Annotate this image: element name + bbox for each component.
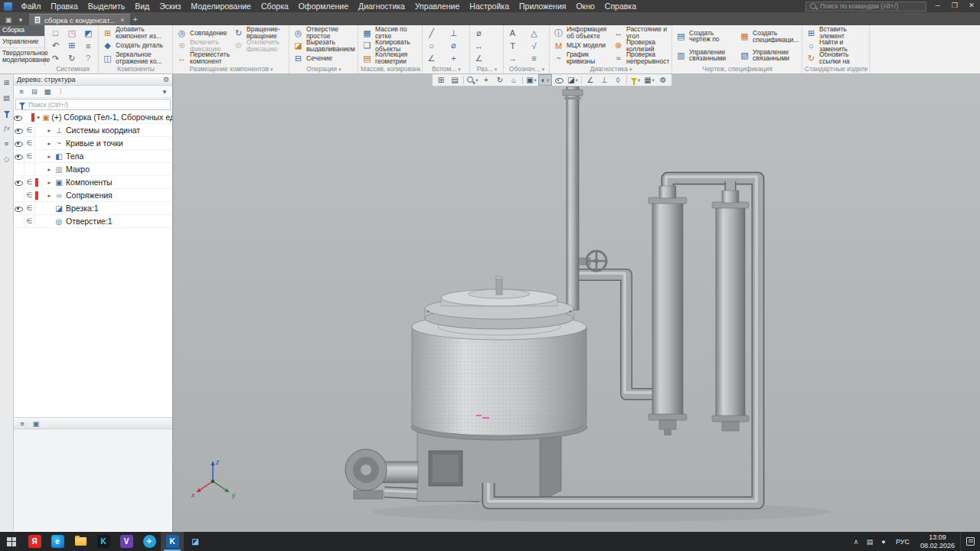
tree-item-coordinate-systems[interactable]: ∈ ▸ ⊥ Системы координат bbox=[14, 124, 172, 137]
section-view-icon[interactable]: ◪▾ bbox=[566, 74, 580, 86]
diameter-dim-icon[interactable]: ⌀ bbox=[472, 27, 485, 39]
menu-item[interactable]: Вид bbox=[130, 0, 155, 12]
menu-item[interactable]: Выделить bbox=[83, 0, 129, 12]
new-tab-button[interactable]: + bbox=[133, 14, 138, 25]
menu-item[interactable]: Файл bbox=[16, 0, 46, 12]
continuity-check-button[interactable]: ≈Проверка непрерывности bbox=[612, 52, 670, 65]
aux-line-icon[interactable]: ╱ bbox=[425, 27, 438, 39]
create-part-button[interactable]: ◆Создать деталь bbox=[101, 40, 171, 53]
update-links-button[interactable]: ↻Обновить ссылки на мод... bbox=[805, 52, 867, 65]
command-search[interactable] bbox=[805, 2, 926, 11]
taskbar-browser-icon[interactable]: e bbox=[46, 532, 69, 551]
libraries-icon[interactable]: ◇ bbox=[2, 153, 12, 164]
visibility-eye-icon[interactable] bbox=[14, 113, 22, 121]
disable-fixation-button[interactable]: ⊘Отключить фиксацию bbox=[232, 40, 287, 53]
table-annotation-icon[interactable]: Т bbox=[506, 40, 519, 52]
viewport-gear-icon[interactable]: ⚙ bbox=[656, 74, 670, 86]
pan-icon[interactable]: + bbox=[479, 74, 493, 86]
create-specification-button[interactable]: ▦Создать спецификаци... bbox=[738, 27, 800, 46]
insert-element-button[interactable]: ⊞Вставить элемент bbox=[805, 27, 867, 40]
tree-item-bodies[interactable]: ∈ ▸ ◧ Тела bbox=[14, 150, 172, 163]
3d-model-area[interactable]: z x y bbox=[173, 74, 980, 532]
coincidence-button[interactable]: ◎Совпадение bbox=[175, 27, 230, 40]
tree-search[interactable] bbox=[15, 99, 171, 110]
language-indicator[interactable]: РУС bbox=[890, 538, 915, 546]
filter-funnel-icon[interactable] bbox=[2, 107, 12, 118]
menu-item[interactable]: Эскиз bbox=[155, 0, 186, 12]
menu-item[interactable]: Настройка bbox=[465, 0, 514, 12]
include-icon[interactable]: ∈ bbox=[24, 124, 35, 136]
taskbar-clock[interactable]: 13:09 08.02.2026 bbox=[915, 533, 960, 550]
app-logo-icon[interactable] bbox=[4, 2, 12, 11]
tree-settings-gear-icon[interactable]: ⚙ bbox=[163, 76, 169, 83]
start-button[interactable] bbox=[0, 532, 23, 551]
tree-view-structure-icon[interactable]: ≡ bbox=[15, 86, 28, 97]
move-component-button[interactable]: ↔Переместить компонент bbox=[175, 52, 230, 65]
tray-expand-icon[interactable]: ∧ bbox=[849, 538, 863, 546]
section-button[interactable]: ⊟Сечение bbox=[292, 52, 356, 65]
mode-tab-assembly[interactable]: Сборка bbox=[0, 25, 44, 37]
tree-view-relations-icon[interactable]: ⫶ bbox=[54, 86, 67, 97]
grid-array-button[interactable]: ▦Массив по сетке bbox=[361, 27, 420, 40]
tree-search-input[interactable] bbox=[28, 101, 167, 109]
expand-arrow-icon[interactable]: ▸ bbox=[45, 127, 54, 134]
panels-layout-icon[interactable]: ⊞ bbox=[434, 74, 448, 86]
taskbar-telegram-icon[interactable]: ✈ bbox=[138, 532, 161, 551]
mode-tab-management[interactable]: Управление bbox=[0, 37, 44, 48]
curvature-graph-button[interactable]: ~График кривизны bbox=[552, 52, 610, 65]
mass-properties-button[interactable]: MМЦХ модели bbox=[552, 40, 610, 53]
menu-item[interactable]: Правка bbox=[46, 0, 83, 12]
visibility-eye-icon[interactable] bbox=[15, 139, 23, 147]
visibility-eye-icon[interactable] bbox=[15, 126, 23, 134]
aux-diameter-icon[interactable]: ⌀ bbox=[447, 40, 460, 52]
visibility-eye-icon[interactable] bbox=[15, 152, 23, 160]
expand-arrow-icon[interactable]: ▸ bbox=[45, 179, 54, 186]
panels-icon[interactable]: ⊞ bbox=[2, 77, 12, 87]
text-annotation-icon[interactable]: A bbox=[506, 27, 519, 39]
perspective-icon[interactable]: ◊ bbox=[611, 74, 625, 86]
tolerance-icon[interactable]: ≡ bbox=[528, 52, 541, 64]
tree-item-components[interactable]: ∈ ▸ ▣ Компоненты bbox=[14, 176, 172, 189]
enable-fixation-button[interactable]: ⊕Включить фиксацию bbox=[175, 40, 230, 53]
tree-item-macro[interactable]: ▸ ▥ Макро bbox=[14, 163, 172, 176]
messages-icon[interactable]: ≡ bbox=[2, 138, 12, 148]
redo-icon[interactable]: ↷ bbox=[49, 52, 62, 64]
tree-tab-grid-icon[interactable]: ▣ bbox=[30, 418, 42, 429]
menu-item[interactable]: Управление bbox=[410, 0, 464, 12]
menu-item[interactable]: Приложения bbox=[514, 0, 571, 12]
linear-dim-icon[interactable]: ↔ bbox=[472, 40, 485, 52]
display-mode-icon[interactable]: ◐▾ bbox=[538, 74, 552, 86]
simple-hole-button[interactable]: ◎Отверстие простое bbox=[292, 27, 356, 40]
expand-arrow-icon[interactable]: ▾ bbox=[35, 114, 42, 121]
tray-network-icon[interactable]: ▤ bbox=[863, 538, 877, 546]
taskbar-yandex-icon[interactable]: Я bbox=[23, 532, 46, 551]
notification-center-button[interactable] bbox=[960, 532, 980, 551]
object-info-button[interactable]: ⓘИнформация об объекте bbox=[552, 27, 610, 40]
variables-fx-icon[interactable]: ƒx bbox=[2, 122, 12, 133]
menu-item[interactable]: Справка bbox=[599, 0, 641, 12]
create-drawing-button[interactable]: ▤Создать чертеж по модели bbox=[675, 27, 737, 46]
taskbar-photos-icon[interactable]: ◪ bbox=[184, 532, 207, 551]
minimize-button[interactable]: ─ bbox=[929, 0, 946, 12]
filters-icon[interactable]: ▾ bbox=[629, 74, 642, 86]
angle-dim-icon[interactable]: ∠ bbox=[472, 52, 485, 64]
help-icon[interactable]: ? bbox=[82, 52, 95, 64]
taskbar-explorer-icon[interactable] bbox=[69, 532, 92, 551]
hide-objects-icon[interactable] bbox=[552, 74, 566, 86]
rotate-view-icon[interactable]: ↻ bbox=[493, 74, 507, 86]
expand-arrow-icon[interactable]: ▸ bbox=[45, 153, 54, 160]
tree-item-curves-points[interactable]: ∈ ▸ ~ Кривые и точки bbox=[14, 137, 172, 150]
find-replace-button[interactable]: ○Найти и заменить bbox=[805, 40, 867, 53]
home-tab-icon[interactable]: ▣ bbox=[2, 14, 15, 25]
menu-item[interactable]: Сборка bbox=[256, 0, 293, 12]
visibility-eye-icon[interactable] bbox=[15, 204, 23, 212]
menu-item[interactable]: Моделирование bbox=[186, 0, 256, 12]
roughness-icon[interactable]: √ bbox=[528, 40, 541, 52]
new-document-icon[interactable]: □ bbox=[49, 27, 62, 39]
tree-tab-list-icon[interactable]: ≡ bbox=[16, 418, 28, 429]
tree-item-cut[interactable]: ∈ ◪ Врезка:1 bbox=[14, 202, 172, 215]
expand-arrow-icon[interactable]: ▸ bbox=[45, 166, 54, 173]
command-search-input[interactable] bbox=[820, 2, 923, 10]
maximize-button[interactable]: ❐ bbox=[946, 0, 963, 12]
document-tab[interactable]: сборка с конденсат... × bbox=[29, 14, 130, 25]
